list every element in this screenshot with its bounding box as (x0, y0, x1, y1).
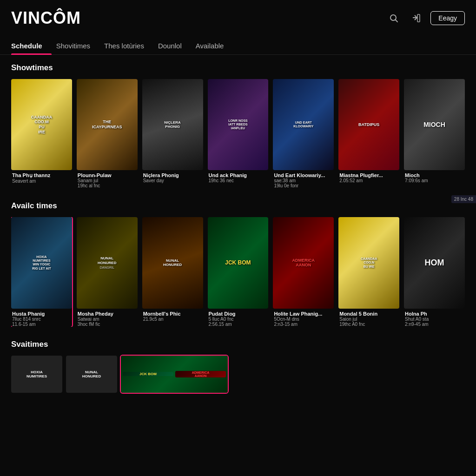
avail-title-1: Husta Phanig (12, 311, 71, 317)
avail-sub-6: Saion jul (339, 317, 398, 322)
search-icon-button[interactable] (386, 10, 402, 26)
avail-card-4[interactable]: JCK BOM Pudat Diog 5 lluc A0 fnc 2:56.15… (208, 217, 269, 326)
movie-title-3: Niçlera Phonig (143, 172, 202, 178)
movie-time-2: 19hc al fnc (78, 183, 137, 188)
movie-title-4: Und ack Phanig (209, 172, 268, 178)
badge: 28 Inc 48 (451, 195, 476, 203)
nav-download[interactable]: Dounlol (158, 36, 191, 54)
movie-card-5[interactable]: UND EARTKLOOWARIY Und Eart Kloowariy... … (273, 79, 334, 188)
avail-title-5: Holite Law Phanig... (274, 311, 333, 317)
avail-card-1[interactable]: HOXIANUMITIRESWIN YOGICRIG LET AIT Husta… (11, 217, 72, 326)
movie-time-7: 7:09:6s am (405, 178, 464, 183)
avail-time-3: 21.9c5 an (143, 317, 202, 322)
avail-title-2: Mosha Pheday (78, 311, 137, 317)
avail-title-7: Holna Ph (405, 311, 464, 317)
showtimes-grid: CAANDAACOO.MPUIRE Tha Phụ thannz Seavert… (11, 79, 465, 188)
movie-card-7[interactable]: MIOCH Mioch 7:09:6s am (404, 79, 465, 188)
header-actions: Eeagy (386, 10, 465, 26)
nav-showtimes[interactable]: Shovitimes (56, 36, 99, 54)
poster-6: BATDIPUS (338, 79, 399, 170)
avail-time-2: 3hoc fM fic (78, 322, 137, 327)
avail-card-6[interactable]: CAANDAACOO.NBU IRE Mondal 5 Bonin Saion … (338, 217, 399, 326)
poster-3: NIÇLERAPHONIG (142, 79, 203, 170)
svg-line-1 (396, 20, 398, 22)
avail-time-1: 11.6-15 am (12, 322, 71, 327)
logo-text: VINCÔM (11, 8, 81, 27)
avail-sub-4: 5 lluc A0 fnc (209, 317, 268, 322)
avail-title-6: Mondal 5 Bonin (339, 311, 398, 317)
nav-theatres[interactable]: Thes lotùries (104, 36, 153, 54)
avail-poster-4: JCK BOM (208, 217, 269, 308)
availtimes-title: Availc times (11, 201, 465, 211)
svaitimes-title: Svaitimes (11, 340, 465, 349)
movie-card-1[interactable]: CAANDAACOO.MPUIRE Tha Phụ thannz Seavert… (11, 79, 72, 188)
svai-card-1[interactable]: HOXIANUMITIRES (11, 356, 62, 393)
svai-card-2[interactable]: NUNALHONURED (66, 356, 117, 393)
avail-title-3: Mornbell's Phic (143, 311, 202, 317)
header: VINCÔM Eeagy (0, 0, 476, 36)
movie-title-7: Mioch (405, 172, 464, 178)
movie-time-5: 19lu 0e fonr (274, 183, 333, 188)
poster-2: THEICAYPURNEAS (77, 79, 138, 170)
svaitimes-grid: HOXIANUMITIRES NUNALHONURED JCK BOM ADME… (11, 356, 465, 393)
avail-time-4: 2:56.15 am (209, 322, 268, 327)
showtimes-title: Showtimes (11, 63, 465, 73)
energy-button[interactable]: Eeagy (430, 11, 465, 25)
share-icon-button[interactable] (408, 10, 424, 26)
movie-sub-5: sae:38 am (274, 178, 333, 183)
avail-sub-2: Satwai am (78, 317, 137, 322)
logo: VINCÔM (11, 8, 81, 28)
movie-title-5: Und Eart Kloowariy... (274, 172, 333, 178)
avail-poster-3: NUNALHONURED (142, 217, 203, 308)
movie-sub-2: Sanam jul (78, 178, 137, 183)
svg-rect-3 (417, 14, 420, 22)
movie-card-4[interactable]: LONR NOSSIATT RBEDSIANFLEU Und ack Phani… (208, 79, 269, 188)
movie-title-6: Miastna Plugfier... (339, 172, 398, 178)
poster-1: CAANDAACOO.MPUIRE (11, 79, 72, 170)
movie-time-6: 2.05:52 am (339, 178, 398, 183)
svai-card-3[interactable]: JCK BOM ADMERICAAANON (121, 356, 228, 393)
poster-5: UND EARTKLOOWARIY (273, 79, 334, 170)
avail-sub-1: 7lluc 814 snrc (12, 317, 71, 322)
nav-available[interactable]: Available (196, 36, 233, 54)
main-nav: Schedule Shovitimes Thes lotùries Dounlo… (0, 36, 476, 55)
avail-poster-6: CAANDAACOO.NBU IRE (338, 217, 399, 308)
movie-card-3[interactable]: NIÇLERAPHONIG Niçlera Phonig Saver day (142, 79, 203, 188)
avail-time-6: 19thc A0 fnc (339, 322, 398, 327)
avail-card-7[interactable]: HOM Holna Ph Shut A0 sta 2:n9-45 am (404, 217, 465, 326)
avail-poster-1: HOXIANUMITIRESWIN YOGICRIG LET AIT (11, 217, 72, 308)
movie-card-2[interactable]: THEICAYPURNEAS Plounn-Pulaw Sanam jul 19… (77, 79, 138, 188)
avail-poster-2: NUNALHONURED DANGRIL (77, 217, 138, 308)
avail-title-4: Pudat Diog (209, 311, 268, 317)
movie-sub-3: Saver day (143, 178, 202, 183)
svaitimes-section: Svaitimes HOXIANUMITIRES NUNALHONURED JC… (0, 331, 476, 397)
availtimes-section: Availc times HOXIANUMITIRESWIN YOGICRIG … (0, 193, 476, 331)
svai-poster-1: HOXIANUMITIRES (11, 356, 62, 393)
movie-title-2: Plounn-Pulaw (78, 172, 137, 178)
showtimes-section: Showtimes CAANDAACOO.MPUIRE Tha Phụ than… (0, 55, 476, 193)
movie-card-6[interactable]: BATDIPUS Miastna Plugfier... 2.05:52 am (338, 79, 399, 188)
avail-card-5[interactable]: ADMERICAAANON Holite Law Phanig... 5Ocn-… (273, 217, 334, 326)
avail-time-5: 2:n3-15 am (274, 322, 333, 327)
avail-card-2[interactable]: NUNALHONURED DANGRIL Mosha Pheday Satwai… (77, 217, 138, 326)
avail-sub-5: 5Ocn-M dns (274, 317, 333, 322)
avail-poster-7: HOM (404, 217, 465, 308)
movie-title-1: Tha Phụ thannz (12, 172, 71, 178)
avail-sub-7: Shut A0 sta (405, 317, 464, 322)
availtimes-grid: HOXIANUMITIRESWIN YOGICRIG LET AIT Husta… (11, 217, 465, 326)
poster-7: MIOCH (404, 79, 465, 170)
movie-sub-1: Seavert am (12, 178, 71, 184)
avail-card-3[interactable]: NUNALHONURED Mornbell's Phic 21.9c5 an (142, 217, 203, 326)
svai-poster-3: JCK BOM ADMERICAAANON (121, 356, 228, 393)
svai-poster-2: NUNALHONURED (66, 356, 117, 393)
nav-schedule[interactable]: Schedule (11, 36, 52, 54)
avail-poster-5: ADMERICAAANON (273, 217, 334, 308)
avail-time-7: 2:n9-45 am (405, 322, 464, 327)
poster-4: LONR NOSSIATT RBEDSIANFLEU (208, 79, 269, 170)
movie-time-4: 19hc 36 nec (209, 178, 268, 183)
